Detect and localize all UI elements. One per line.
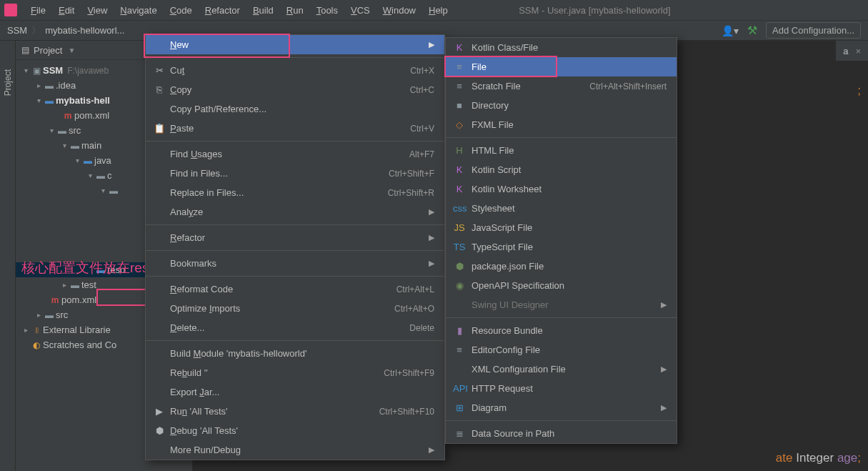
menu-item-label: Bookmarks <box>170 258 216 269</box>
menu-separator <box>446 317 677 318</box>
chevron-right-icon: 〉 <box>31 24 41 37</box>
menu-item-icon: ⬢ <box>453 261 466 272</box>
menu-item-copy[interactable]: ⎘CopyCtrl+C <box>146 80 444 99</box>
menu-view[interactable]: View <box>81 4 114 17</box>
menu-code[interactable]: Code <box>164 4 199 17</box>
menubar: FileEditViewNavigateCodeRefactorBuildRun… <box>0 0 868 21</box>
menu-item-label: OpenAPI Specification <box>472 280 564 291</box>
menu-item-label: Replace in Files... <box>170 187 244 198</box>
submenu-item-kotlin-worksheet[interactable]: KKotlin Worksheet <box>446 179 677 199</box>
menu-item-paste[interactable]: 📋PasteCtrl+V <box>146 119 444 138</box>
menu-item-label: More Run/Debug <box>170 445 241 455</box>
submenu-item-directory[interactable]: ■Directory <box>446 96 677 115</box>
chevron-right-icon: ▶ <box>429 259 434 268</box>
submenu-item-html-file[interactable]: HHTML File <box>446 141 677 160</box>
submenu-item-scratch-file[interactable]: ≡Scratch FileCtrl+Alt+Shift+Insert <box>446 76 677 96</box>
menu-separator <box>146 340 444 341</box>
project-tool-tab[interactable]: Project <box>0 41 16 471</box>
submenu-item-kotlin-script[interactable]: KKotlin Script <box>446 160 677 179</box>
menu-item-icon: K <box>453 184 466 194</box>
menu-item-reformat-code[interactable]: Reformat CodeCtrl+Alt+L <box>146 279 444 299</box>
menu-item-icon: ◇ <box>453 119 466 130</box>
submenu-item-javascript-file[interactable]: JSJavaScript File <box>446 218 677 237</box>
menu-run[interactable]: Run <box>280 4 310 17</box>
submenu-item-kotlin-class-file[interactable]: KKotlin Class/File <box>446 38 677 57</box>
menu-edit[interactable]: Edit <box>52 4 81 17</box>
menu-separator <box>146 276 444 277</box>
submenu-item-typescript-file[interactable]: TSTypeScript File <box>446 237 677 257</box>
menu-item-icon: H <box>453 145 466 156</box>
breadcrumb-module[interactable]: mybatis-helloworl... <box>45 25 124 36</box>
menu-tools[interactable]: Tools <box>310 4 344 17</box>
submenu-item-resource-bundle[interactable]: ▮Resource Bundle <box>446 321 677 340</box>
user-icon[interactable]: 👤▾ <box>722 25 739 36</box>
build-icon[interactable]: ⚒ <box>747 24 757 37</box>
menu-item-bookmarks[interactable]: Bookmarks▶ <box>146 254 444 273</box>
menu-item-export-jar-[interactable]: Export Jar... <box>146 382 444 402</box>
menu-window[interactable]: Window <box>376 4 422 17</box>
menu-item-build-module-mybatis-helloworld-[interactable]: Build Module 'mybatis-helloworld' <box>146 344 444 363</box>
menu-separator <box>146 57 444 58</box>
menu-item-label: Debug 'All Tests' <box>170 425 238 436</box>
chevron-right-icon: ▶ <box>429 445 434 455</box>
menu-item-icon: ≣ <box>453 428 466 439</box>
menu-item-icon: css <box>453 203 466 214</box>
editor-tab[interactable]: a× <box>843 46 861 56</box>
menu-item-more-run-debug[interactable]: More Run/Debug▶ <box>146 440 444 460</box>
menu-item-shortcut: Ctrl+Shift+R <box>388 188 434 198</box>
menu-item-new[interactable]: New▶ <box>146 35 444 54</box>
menu-item-replace-in-files-[interactable]: Replace in Files...Ctrl+Shift+R <box>146 183 444 202</box>
menu-build[interactable]: Build <box>246 4 280 17</box>
menu-item-cut[interactable]: ✂CutCtrl+X <box>146 61 444 80</box>
menu-item-icon: ⎘ <box>153 84 166 95</box>
submenu-item-swing-ui-designer: Swing UI Designer▶ <box>446 295 677 314</box>
submenu-item-http-request[interactable]: APIHTTP Request <box>446 379 677 398</box>
menu-item-icon: ≡ <box>453 344 466 355</box>
menu-item-label: JavaScript File <box>472 222 532 233</box>
code-content: ; ate Integer age; <box>776 84 861 468</box>
menu-navigate[interactable]: Navigate <box>114 4 163 17</box>
menu-item-copy-path-reference-[interactable]: Copy Path/Reference... <box>146 99 444 119</box>
menu-item-label: Run 'All Tests' <box>170 406 228 417</box>
breadcrumb-root[interactable]: SSM <box>7 25 27 36</box>
submenu-item-file[interactable]: ≡File <box>446 57 677 76</box>
menu-file[interactable]: File <box>24 4 52 17</box>
submenu-item-fxml-file[interactable]: ◇FXML File <box>446 115 677 134</box>
menu-item-label: Find Usages <box>170 149 222 159</box>
menu-item-icon: API <box>453 383 466 394</box>
submenu-item-editorconfig-file[interactable]: ≡EditorConfig File <box>446 340 677 360</box>
menu-item-refactor[interactable]: Refactor▶ <box>146 228 444 247</box>
submenu-item-stylesheet[interactable]: cssStylesheet <box>446 199 677 218</box>
menu-item-label: Analyze <box>170 207 203 217</box>
menu-vcs[interactable]: VCS <box>344 4 376 17</box>
submenu-item-data-source-in-path[interactable]: ≣Data Source in Path <box>446 424 677 443</box>
submenu-item-package-json-file[interactable]: ⬢package.json File <box>446 257 677 276</box>
menu-item-label: Directory <box>472 100 509 111</box>
menu-item-optimize-imports[interactable]: Optimize ImportsCtrl+Alt+O <box>146 299 444 318</box>
menu-item-label: Find in Files... <box>170 168 228 179</box>
menu-item-run-all-tests-[interactable]: ▶Run 'All Tests'Ctrl+Shift+F10 <box>146 402 444 421</box>
menu-item-shortcut: Ctrl+V <box>410 124 434 134</box>
menu-item-label: Copy Path/Reference... <box>170 104 266 114</box>
add-configuration-button[interactable]: Add Configuration... <box>766 22 861 39</box>
submenu-item-xml-configuration-file[interactable]: XML Configuration File▶ <box>446 360 677 379</box>
menu-item-find-in-files-[interactable]: Find in Files...Ctrl+Shift+F <box>146 164 444 183</box>
chevron-right-icon: ▶ <box>661 365 667 374</box>
menu-item-delete-[interactable]: Delete...Delete <box>146 318 444 337</box>
menu-help[interactable]: Help <box>422 4 454 17</box>
menu-item-debug-all-tests-[interactable]: ⬢Debug 'All Tests' <box>146 421 444 440</box>
menu-item-find-usages[interactable]: Find UsagesAlt+F7 <box>146 144 444 164</box>
submenu-item-diagram[interactable]: ⊞Diagram▶ <box>446 398 677 417</box>
submenu-item-openapi-specification[interactable]: ◉OpenAPI Specification <box>446 276 677 295</box>
menu-item-icon: 📋 <box>153 123 166 134</box>
close-icon[interactable]: × <box>855 46 861 56</box>
chevron-right-icon: ▶ <box>429 233 434 242</box>
menu-item-shortcut: Ctrl+Alt+Shift+Insert <box>589 81 667 91</box>
menu-item-rebuild-default-[interactable]: Rebuild ''Ctrl+Shift+F9 <box>146 363 444 382</box>
menu-item-label: Data Source in Path <box>472 428 554 439</box>
menu-refactor[interactable]: Refactor <box>199 4 246 17</box>
menu-separator <box>146 141 444 142</box>
menu-item-icon: ⊞ <box>453 402 466 413</box>
menu-item-analyze[interactable]: Analyze▶ <box>146 202 444 222</box>
chevron-right-icon: ▶ <box>661 300 667 309</box>
